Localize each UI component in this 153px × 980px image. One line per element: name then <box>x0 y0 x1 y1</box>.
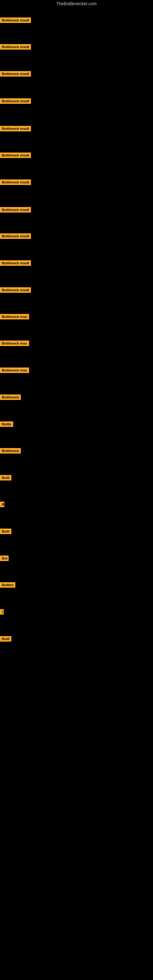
bottleneck-badge-18[interactable]: Bottl <box>0 475 11 480</box>
bottleneck-badge-16[interactable]: Bottle <box>0 422 13 427</box>
bottleneck-badge-24[interactable]: Bottl <box>0 636 11 641</box>
bottleneck-badge-17[interactable]: Bottleneck <box>0 448 21 453</box>
bottleneck-item-4[interactable]: Bottleneck result <box>0 98 31 105</box>
bottleneck-item-23[interactable]: | <box>0 609 4 616</box>
bottleneck-item-21[interactable]: Bot <box>0 555 9 562</box>
bottleneck-badge-1[interactable]: Bottleneck result <box>0 18 31 23</box>
bottleneck-item-19[interactable]: B <box>0 502 4 508</box>
bottleneck-item-14[interactable]: Bottleneck resu <box>0 368 29 374</box>
bottleneck-badge-2[interactable]: Bottleneck result <box>0 44 31 49</box>
bottleneck-badge-10[interactable]: Bottleneck result <box>0 260 31 266</box>
bottleneck-badge-6[interactable]: Bottleneck result <box>0 153 31 158</box>
bottleneck-badge-14[interactable]: Bottleneck resu <box>0 368 29 373</box>
bottleneck-badge-23[interactable]: | <box>0 609 4 615</box>
bottleneck-badge-22[interactable]: Bottlen <box>0 582 15 588</box>
bottleneck-badge-5[interactable]: Bottleneck result <box>0 126 31 131</box>
bottleneck-item-20[interactable]: Bottl <box>0 528 11 535</box>
bottleneck-item-12[interactable]: Bottleneck resu <box>0 314 29 321</box>
bottleneck-item-17[interactable]: Bottleneck <box>0 448 21 455</box>
bottleneck-item-1[interactable]: Bottleneck result <box>0 18 31 24</box>
site-title: TheBottlenecker.com <box>0 0 153 7</box>
bottleneck-badge-9[interactable]: Bottleneck result <box>0 233 31 239</box>
bottleneck-item-13[interactable]: Bottleneck resu <box>0 340 29 347</box>
bottleneck-item-22[interactable]: Bottlen <box>0 582 15 589</box>
bottleneck-item-9[interactable]: Bottleneck result <box>0 233 31 240</box>
bottleneck-badge-12[interactable]: Bottleneck resu <box>0 314 29 320</box>
bottleneck-item-11[interactable]: Bottleneck result <box>0 287 31 294</box>
bottleneck-badge-4[interactable]: Bottleneck result <box>0 98 31 104</box>
bottleneck-item-6[interactable]: Bottleneck result <box>0 153 31 159</box>
bottleneck-item-15[interactable]: Bottleneck <box>0 395 21 401</box>
bottleneck-item-5[interactable]: Bottleneck result <box>0 126 31 133</box>
bottleneck-badge-3[interactable]: Bottleneck result <box>0 71 31 76</box>
bottleneck-item-24[interactable]: Bottl <box>0 636 11 643</box>
bottleneck-badge-15[interactable]: Bottleneck <box>0 395 21 400</box>
bottleneck-item-10[interactable]: Bottleneck result <box>0 260 31 267</box>
bottleneck-badge-11[interactable]: Bottleneck result <box>0 287 31 293</box>
bottleneck-item-2[interactable]: Bottleneck result <box>0 44 31 51</box>
bottleneck-badge-19[interactable]: B <box>0 502 4 507</box>
bottleneck-item-16[interactable]: Bottle <box>0 422 13 428</box>
bottleneck-item-7[interactable]: Bottleneck result <box>0 180 31 186</box>
bottleneck-badge-13[interactable]: Bottleneck resu <box>0 340 29 346</box>
bottleneck-badge-7[interactable]: Bottleneck result <box>0 180 31 185</box>
bottleneck-item-18[interactable]: Bottl <box>0 475 11 482</box>
bottleneck-badge-8[interactable]: Bottleneck result <box>0 207 31 213</box>
bottleneck-badge-21[interactable]: Bot <box>0 555 9 561</box>
bottleneck-item-8[interactable]: Bottleneck result <box>0 207 31 214</box>
bottleneck-badge-20[interactable]: Bottl <box>0 528 11 534</box>
bottleneck-item-3[interactable]: Bottleneck result <box>0 71 31 78</box>
